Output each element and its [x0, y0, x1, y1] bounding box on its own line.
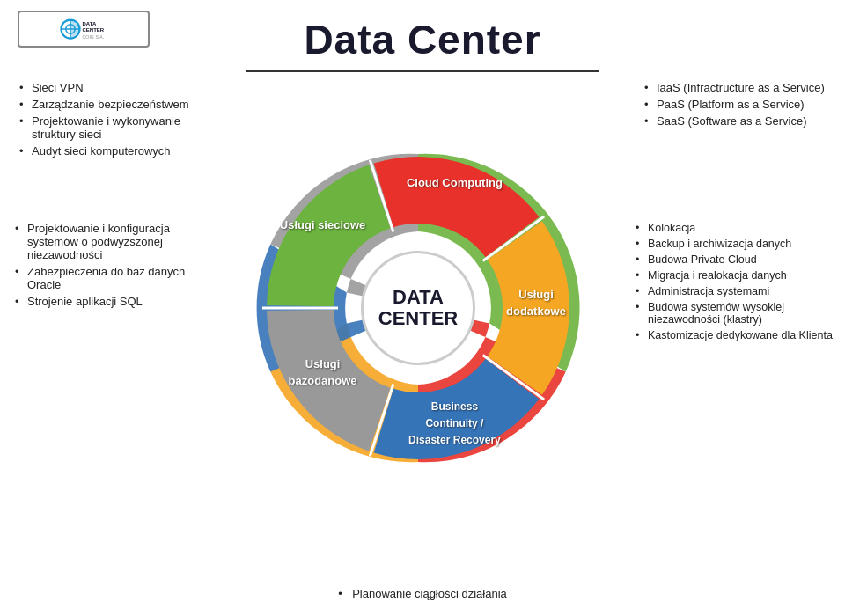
label-cloud-computing: Cloud Computing — [406, 174, 503, 191]
donut-chart: DATA CENTER Usługi sieciowe Cloud Comput… — [220, 75, 616, 541]
list-item: Sieci VPN — [18, 79, 194, 96]
center-center-text: CENTER — [378, 308, 458, 329]
left-mid-panel: Projektowanie i konfiguracja systemów o … — [13, 220, 207, 310]
center-circle: DATA CENTER — [361, 251, 475, 365]
list-item: PaaS (Platform as a Service) — [643, 96, 827, 113]
label-uslugi-dodatkowe: Usługi dodatkowe — [488, 286, 584, 319]
right-top-panel: IaaS (Infractructure as a Service) PaaS … — [643, 79, 827, 129]
bottom-panel: Planowanie ciągłości działania — [0, 587, 845, 600]
list-item: Projektowanie i konfiguracja systemów o … — [13, 220, 207, 263]
list-item: SaaS (Software as a Service) — [643, 113, 827, 129]
list-item: Zarządzanie bezpieczeństwem — [18, 96, 194, 113]
list-item: Administracja systemami — [634, 283, 836, 299]
list-item: Kolokacja — [634, 220, 836, 236]
title-divider — [246, 70, 599, 72]
label-uslugi-sieciowe: Usługi sieciowe — [275, 216, 371, 233]
right-mid-panel: Kolokacja Backup i archiwizacja danych B… — [634, 220, 836, 343]
list-item: Backup i archiwizacja danych — [634, 236, 836, 252]
list-item: IaaS (Infractructure as a Service) — [643, 79, 827, 96]
list-item: Zabezpieczenia do baz danych Oracle — [13, 263, 207, 293]
donut-wrapper: DATA CENTER Usługi sieciowe Cloud Comput… — [251, 141, 585, 475]
list-item: Budowa systemów wysokiej niezawodności (… — [634, 299, 836, 327]
left-top-panel: Sieci VPN Zarządzanie bezpieczeństwem Pr… — [18, 79, 194, 159]
list-item: Kastomizacje dedykowane dla Klienta — [634, 327, 836, 343]
list-item: Audyt sieci komputerowych — [18, 143, 194, 159]
list-item: Planowanie ciągłości działania — [338, 587, 507, 600]
page-title: Data Center — [0, 16, 845, 63]
list-item: Migracja i realokacja danych — [634, 268, 836, 283]
list-item: Budowa Private Cloud — [634, 252, 836, 268]
center-data-text: DATA — [393, 287, 444, 308]
label-uslugi-bazodanowe: Usługi bazodanowe — [275, 356, 371, 389]
list-item: Projektowanie i wykonywanie struktury si… — [18, 113, 194, 143]
label-business-continuity: Business Continuity / Disaster Recovery — [406, 398, 503, 447]
list-item: Strojenie aplikacji SQL — [13, 293, 207, 310]
